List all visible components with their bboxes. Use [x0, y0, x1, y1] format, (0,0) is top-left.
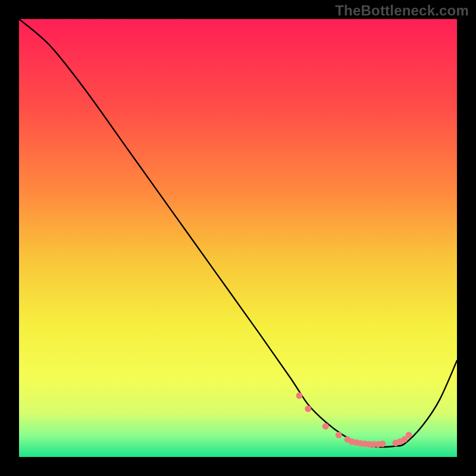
- watermark-text: TheBottleneck.com: [335, 2, 469, 19]
- gradient-background: [19, 19, 457, 457]
- highlight-dot: [322, 423, 329, 430]
- chart-frame: TheBottleneck.com: [0, 0, 476, 476]
- highlight-dot: [406, 432, 412, 439]
- highlight-dot: [296, 392, 303, 399]
- highlight-dot: [379, 440, 386, 447]
- bottleneck-chart: [19, 19, 457, 457]
- highlight-dot: [336, 432, 342, 439]
- plot-area: [19, 19, 457, 457]
- highlight-dot: [305, 406, 311, 412]
